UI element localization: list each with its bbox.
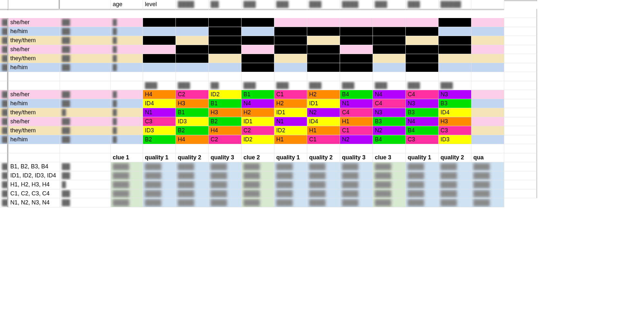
- code-4-8[interactable]: B4: [406, 126, 439, 135]
- code-0-1[interactable]: C2: [176, 90, 209, 99]
- code-1-3[interactable]: N4: [242, 99, 274, 108]
- mid-hdr-6: ███: [340, 81, 373, 90]
- code-5-4[interactable]: H1: [274, 135, 307, 144]
- bottom-codes-1: ID1, ID2, ID3, ID4: [8, 171, 60, 180]
- code-5-6[interactable]: N2: [340, 135, 373, 144]
- code-5-3[interactable]: ID2: [242, 135, 274, 144]
- header-age[interactable]: age: [111, 0, 143, 9]
- code-0-5[interactable]: H2: [307, 90, 340, 99]
- code-2-3[interactable]: H2: [242, 108, 274, 117]
- code-name-0: ███: [0, 90, 8, 99]
- code-2-2[interactable]: H3: [209, 108, 242, 117]
- code-3-1[interactable]: ID3: [176, 117, 209, 126]
- grid-cell-5-9: [439, 63, 471, 72]
- code-4-4[interactable]: ID2: [274, 126, 307, 135]
- code-0-7[interactable]: N4: [373, 90, 406, 99]
- code-3-6[interactable]: H1: [340, 117, 373, 126]
- code-4-9[interactable]: C3: [439, 126, 471, 135]
- bottom-cell-0-5: ████: [274, 162, 307, 171]
- header-level[interactable]: level: [143, 0, 176, 9]
- bottom-cell-0-3: ████: [209, 162, 242, 171]
- blank: [8, 72, 60, 81]
- code-5-9[interactable]: ID3: [439, 135, 471, 144]
- code-0-0[interactable]: H4: [143, 90, 176, 99]
- code-2-7[interactable]: N3: [373, 108, 406, 117]
- code-3-7[interactable]: B3: [373, 117, 406, 126]
- bottom-lvl: ██: [60, 162, 111, 171]
- mid-hdr-5: ███: [307, 81, 340, 90]
- bottom-cell-2-6: ████: [307, 180, 340, 189]
- bottom-cell-4-5: ████: [274, 198, 307, 207]
- bottom-codes-4: N1, N2, N3, N4: [8, 198, 60, 207]
- bottom-cell-3-0: ████: [111, 189, 143, 198]
- code-4-3[interactable]: C2: [242, 126, 274, 135]
- bottom-cell-3-7: ████: [340, 189, 373, 198]
- grid-cell-5-8: [406, 63, 439, 72]
- code-1-8[interactable]: N3: [406, 99, 439, 108]
- code-4-6[interactable]: C1: [340, 126, 373, 135]
- hdr-q1c: quality 1: [406, 153, 439, 162]
- bottom-cell-4-1: ████: [143, 198, 176, 207]
- code-4-2[interactable]: H4: [209, 126, 242, 135]
- hdr-clue2: clue 2: [242, 153, 274, 162]
- sep: [373, 9, 406, 10]
- code-2-1[interactable]: B1: [176, 108, 209, 117]
- age: ██: [60, 18, 111, 27]
- code-3-0[interactable]: C3: [143, 117, 176, 126]
- code-3-8[interactable]: N4: [406, 117, 439, 126]
- code-2-6[interactable]: C4: [340, 108, 373, 117]
- code-1-1[interactable]: H3: [176, 99, 209, 108]
- code-1-9[interactable]: B3: [439, 99, 471, 108]
- code-2-0[interactable]: N1: [143, 108, 176, 117]
- code-1-2[interactable]: B1: [209, 99, 242, 108]
- code-5-0[interactable]: B2: [143, 135, 176, 144]
- hdr-clue1: clue 1: [111, 153, 143, 162]
- code-2-4[interactable]: ID1: [274, 108, 307, 117]
- code-1-6[interactable]: N1: [340, 99, 373, 108]
- code-5-2[interactable]: C2: [209, 135, 242, 144]
- code-3-4[interactable]: N1: [274, 117, 307, 126]
- code-0-4[interactable]: C1: [274, 90, 307, 99]
- spreadsheet[interactable]: agelevel████████████████████████████████…: [0, 0, 644, 207]
- grid-cell-5-6: [340, 63, 373, 72]
- code-4-0[interactable]: ID3: [143, 126, 176, 135]
- code-4-1[interactable]: B2: [176, 126, 209, 135]
- name-4: ███: [0, 54, 8, 63]
- age: ██: [60, 90, 111, 99]
- code-1-0[interactable]: ID4: [143, 99, 176, 108]
- level: █: [111, 135, 143, 144]
- code-1-5[interactable]: ID1: [307, 99, 340, 108]
- code-2-5[interactable]: N2: [307, 108, 340, 117]
- code-5-5[interactable]: C1: [307, 135, 340, 144]
- code-5-8[interactable]: C3: [406, 135, 439, 144]
- code-4-7[interactable]: N2: [373, 126, 406, 135]
- code-2-8[interactable]: B3: [406, 108, 439, 117]
- code-3-9[interactable]: H3: [439, 117, 471, 126]
- code-0-2[interactable]: ID2: [209, 90, 242, 99]
- blank: [439, 144, 471, 153]
- trailing: [471, 99, 504, 108]
- gutter: [504, 99, 537, 108]
- mid-hdr-4: ███: [274, 81, 307, 90]
- code-0-8[interactable]: C4: [406, 90, 439, 99]
- code-5-1[interactable]: H4: [176, 135, 209, 144]
- name-3: ███: [0, 45, 8, 54]
- code-4-5[interactable]: H1: [307, 126, 340, 135]
- code-0-3[interactable]: B1: [242, 90, 274, 99]
- code-5-7[interactable]: B4: [373, 135, 406, 144]
- code-0-6[interactable]: B4: [340, 90, 373, 99]
- code-3-3[interactable]: ID1: [242, 117, 274, 126]
- bottom-cell-4-4: ████: [242, 198, 274, 207]
- code-3-5[interactable]: ID4: [307, 117, 340, 126]
- code-1-4[interactable]: H2: [274, 99, 307, 108]
- grid-cell-2-3: [242, 36, 274, 45]
- level: █: [111, 99, 143, 108]
- gutter: [504, 171, 537, 180]
- grid-cell-4-1: [176, 54, 209, 63]
- code-0-9[interactable]: N3: [439, 90, 471, 99]
- pronoun: she/her: [8, 90, 60, 99]
- code-3-2[interactable]: B2: [209, 117, 242, 126]
- code-2-9[interactable]: ID4: [439, 108, 471, 117]
- code-1-7[interactable]: C4: [373, 99, 406, 108]
- pronoun: they/them: [8, 36, 60, 45]
